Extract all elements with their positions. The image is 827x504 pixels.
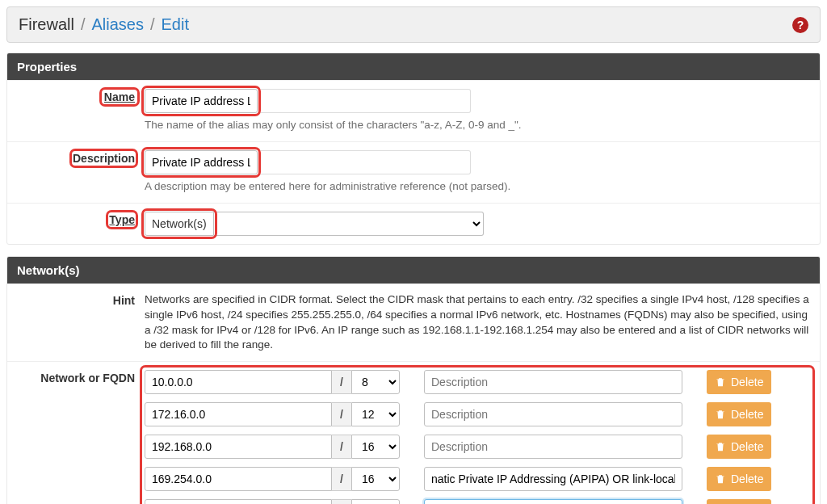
hint-label: Hint xyxy=(7,284,145,362)
delete-button[interactable]: Delete xyxy=(707,499,771,504)
network-address-input[interactable] xyxy=(145,499,332,504)
trash-icon xyxy=(715,376,726,388)
trash-icon xyxy=(715,408,726,421)
network-address-input[interactable] xyxy=(145,402,332,426)
description-label: Description xyxy=(73,152,135,165)
cidr-slash: / xyxy=(332,370,351,394)
networks-heading: Network(s) xyxy=(7,257,820,284)
delete-label: Delete xyxy=(731,408,763,421)
type-select[interactable] xyxy=(214,212,484,236)
network-description-input[interactable] xyxy=(424,467,682,491)
name-help: The name of the alias may only consist o… xyxy=(145,118,810,133)
delete-button[interactable]: Delete xyxy=(707,370,771,394)
networks-panel: Network(s) Hint Networks are specified i… xyxy=(6,256,821,504)
help-icon[interactable]: ? xyxy=(792,17,808,33)
breadcrumb-aliases[interactable]: Aliases xyxy=(91,15,143,34)
trash-icon xyxy=(715,440,726,453)
hint-text: Networks are specified in CIDR format. S… xyxy=(145,292,810,354)
network-address-input[interactable] xyxy=(145,467,332,491)
network-address-input[interactable] xyxy=(145,370,332,394)
properties-heading: Properties xyxy=(7,53,820,80)
delete-button[interactable]: Delete xyxy=(707,435,771,459)
name-label: Name xyxy=(104,90,135,103)
cidr-select[interactable]: 16 xyxy=(351,467,400,491)
description-help: A description may be entered here for ad… xyxy=(145,179,810,195)
breadcrumb-sep: / xyxy=(81,15,86,34)
delete-label: Delete xyxy=(731,472,763,485)
description-input[interactable] xyxy=(145,150,258,174)
type-label: Type xyxy=(109,213,135,226)
cidr-select[interactable]: 16 xyxy=(351,435,400,459)
trash-icon xyxy=(715,472,726,485)
cidr-slash: / xyxy=(332,467,351,491)
page-header: Firewall / Aliases / Edit ? xyxy=(6,6,821,43)
name-input[interactable] xyxy=(145,89,258,113)
delete-label: Delete xyxy=(731,376,763,388)
properties-panel: Properties Name The name of the alias ma… xyxy=(6,52,821,245)
network-address-input[interactable] xyxy=(145,435,332,459)
cidr-slash: / xyxy=(332,499,351,504)
delete-button[interactable]: Delete xyxy=(707,467,771,491)
breadcrumb-root: Firewall xyxy=(19,15,74,34)
cidr-select[interactable]: 8 xyxy=(351,499,400,504)
network-row: /8Delete xyxy=(145,499,810,504)
network-row: /16Delete xyxy=(145,435,810,459)
network-row: /16Delete xyxy=(145,467,810,491)
network-row: /12Delete xyxy=(145,402,810,426)
network-description-input[interactable] xyxy=(424,435,682,459)
network-row: /8Delete xyxy=(145,370,810,394)
cidr-select[interactable]: 8 xyxy=(351,370,400,394)
type-value: Network(s) xyxy=(145,212,214,236)
network-or-fqdn-label: Network or FQDN xyxy=(7,362,145,504)
cidr-slash: / xyxy=(332,435,351,459)
delete-button[interactable]: Delete xyxy=(707,402,771,426)
cidr-select[interactable]: 12 xyxy=(351,402,400,426)
network-description-input[interactable] xyxy=(424,370,682,394)
delete-label: Delete xyxy=(731,440,763,453)
breadcrumb: Firewall / Aliases / Edit xyxy=(19,15,189,34)
cidr-slash: / xyxy=(332,402,351,426)
network-description-input[interactable] xyxy=(424,402,682,426)
breadcrumb-sep: / xyxy=(150,15,155,34)
network-description-input[interactable] xyxy=(424,499,682,504)
breadcrumb-edit[interactable]: Edit xyxy=(162,15,189,34)
